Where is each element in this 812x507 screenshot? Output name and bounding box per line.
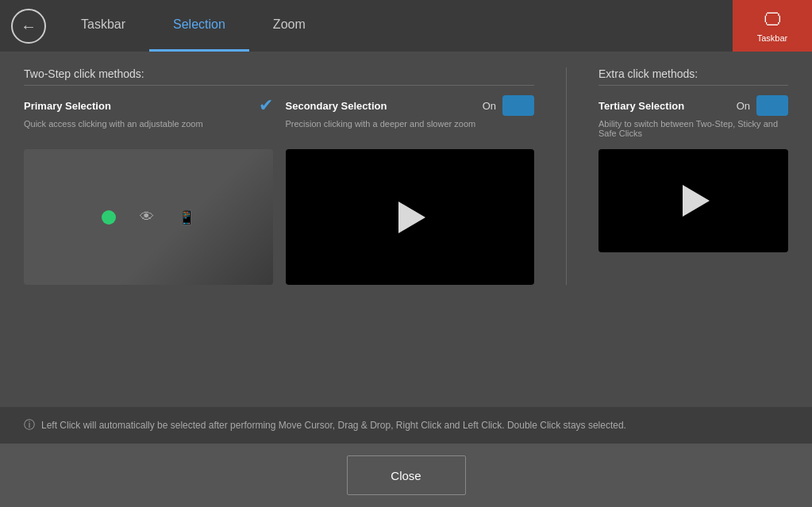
play-triangle-icon (398, 202, 425, 233)
phone-icon: 📱 (178, 209, 195, 226)
tab-selection[interactable]: Selection (149, 0, 249, 52)
primary-card-description: Quick access clicking with an adjustable… (24, 119, 273, 141)
secondary-play-button[interactable] (390, 198, 429, 237)
footer: Close (0, 444, 812, 507)
secondary-toggle[interactable] (502, 95, 534, 116)
primary-card-header: Primary Selection ✔ (24, 95, 273, 116)
tertiary-card-header: Tertiary Selection On (598, 95, 788, 116)
extra-click-section: Extra click methods: Tertiary Selection … (566, 67, 788, 285)
eye-icon: 👁 (140, 209, 154, 225)
selection-cards: Primary Selection ✔ Quick access clickin… (24, 95, 534, 285)
secondary-preview (286, 149, 535, 285)
two-step-title: Two-Step click methods: (24, 67, 534, 86)
close-button[interactable]: Close (347, 455, 466, 495)
extra-click-title: Extra click methods: (598, 67, 788, 86)
main-content: Two-Step click methods: Primary Selectio… (0, 52, 812, 301)
primary-selection-card: Primary Selection ✔ Quick access clickin… (24, 95, 273, 285)
tertiary-card-title: Tertiary Selection (598, 100, 684, 112)
back-circle: ← (11, 9, 46, 44)
taskbar-screen-icon: 🖵 (764, 10, 781, 30)
info-bar: ⓘ Left Click will automatically be selec… (0, 407, 812, 444)
tab-taskbar[interactable]: Taskbar (57, 0, 149, 52)
secondary-selection-card: Secondary Selection On Precision clickin… (286, 95, 535, 285)
primary-card-title: Primary Selection (24, 100, 111, 112)
tertiary-card-status-label: On (737, 100, 750, 112)
primary-preview: 👁 📱 (24, 149, 273, 285)
secondary-card-header: Secondary Selection On (286, 95, 535, 116)
primary-preview-icons: 👁 📱 (102, 209, 195, 226)
back-button[interactable]: ← (0, 0, 57, 52)
tertiary-preview (598, 149, 788, 252)
tertiary-toggle[interactable] (756, 95, 788, 116)
secondary-card-title: Secondary Selection (286, 100, 387, 112)
tertiary-play-button[interactable] (674, 181, 714, 221)
green-dot-icon (102, 210, 116, 225)
secondary-card-description: Precision clicking with a deeper and slo… (286, 119, 535, 141)
secondary-card-status-label: On (483, 100, 496, 112)
taskbar-icon-label: Taskbar (757, 33, 788, 43)
tab-zoom[interactable]: Zoom (249, 0, 329, 52)
info-text: Left Click will automatically be selecte… (41, 420, 626, 431)
tertiary-play-triangle-icon (683, 185, 710, 217)
taskbar-icon-area: 🖵 Taskbar (733, 0, 812, 52)
header: ← Taskbar Selection Zoom 🖵 Taskbar (0, 0, 812, 52)
tertiary-selection-card: Tertiary Selection On Ability to switch … (598, 95, 788, 252)
two-step-section: Two-Step click methods: Primary Selectio… (24, 67, 534, 285)
nav-tabs: Taskbar Selection Zoom (57, 0, 329, 52)
info-icon: ⓘ (24, 418, 35, 432)
primary-card-status: ✔ (259, 95, 273, 116)
back-arrow-icon: ← (21, 18, 37, 34)
tertiary-card-description: Ability to switch between Two-Step, Stic… (598, 119, 788, 141)
